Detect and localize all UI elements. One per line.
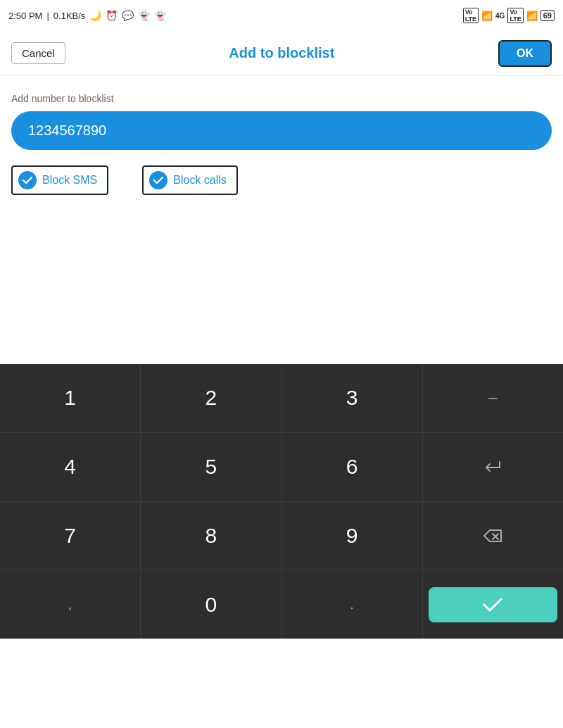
time: 2:50 PM <box>8 11 42 21</box>
cancel-button[interactable]: Cancel <box>11 42 65 64</box>
keyboard: 1 2 3 – 4 5 6 7 8 9 , 0 . <box>0 364 563 639</box>
network-4g: 4G <box>495 12 505 20</box>
battery: 69 <box>540 10 555 21</box>
page-title: Add to blocklist <box>229 45 334 61</box>
add-label: Add number to blocklist <box>11 93 552 104</box>
keyboard-row-1: 1 2 3 – <box>0 364 563 433</box>
key-enter[interactable] <box>423 433 563 501</box>
key-1[interactable]: 1 <box>0 364 141 432</box>
checkbox-row: Block SMS Block calls <box>11 163 552 198</box>
key-9[interactable]: 9 <box>282 502 423 570</box>
key-dash[interactable]: – <box>423 364 563 432</box>
status-right: VoLTE 📶 4G VoLTE 📶 69 <box>463 8 555 23</box>
keyboard-row-2: 4 5 6 <box>0 433 563 502</box>
volte-badge1: VoLTE <box>463 8 479 23</box>
header: Cancel Add to blocklist OK <box>0 31 563 76</box>
block-calls-check-icon <box>149 171 167 189</box>
key-confirm-cell <box>423 570 563 639</box>
divider: | <box>46 11 49 21</box>
block-calls-checkbox[interactable]: Block calls <box>142 165 238 195</box>
key-3[interactable]: 3 <box>282 364 423 432</box>
key-0[interactable]: 0 <box>141 570 282 639</box>
keyboard-row-4: , 0 . <box>0 570 563 639</box>
keyboard-row-3: 7 8 9 <box>0 502 563 571</box>
key-confirm-button[interactable] <box>429 587 557 622</box>
status-bar: 2:50 PM | 0.1KB/s 🌙 ⏰ 💬 👻 👻 VoLTE 📶 4G V… <box>0 0 563 31</box>
key-4[interactable]: 4 <box>0 433 141 501</box>
alarm-icon: ⏰ <box>106 10 118 21</box>
signal2: 📶 <box>526 11 538 21</box>
key-7[interactable]: 7 <box>0 502 141 570</box>
key-8[interactable]: 8 <box>141 502 282 570</box>
speed: 0.1KB/s <box>53 11 86 21</box>
ok-button[interactable]: OK <box>498 40 552 67</box>
volte-badge2: VoLTE <box>507 8 523 23</box>
signal1: 📶 <box>481 11 493 21</box>
block-sms-check-icon <box>18 171 37 189</box>
block-sms-label: Block SMS <box>42 174 97 187</box>
key-comma[interactable]: , <box>0 570 141 639</box>
number-display[interactable]: 1234567890 <box>11 111 552 150</box>
main-content: Add number to blocklist 1234567890 Block… <box>0 76 563 209</box>
key-period[interactable]: . <box>282 570 423 639</box>
snapchat-icon2: 👻 <box>154 10 166 21</box>
key-backspace[interactable] <box>423 502 563 570</box>
key-2[interactable]: 2 <box>141 364 282 432</box>
block-calls-label: Block calls <box>173 174 227 187</box>
whatsapp-icon: 💬 <box>122 10 134 21</box>
block-sms-checkbox[interactable]: Block SMS <box>11 165 108 195</box>
moon-icon: 🌙 <box>89 10 101 21</box>
key-5[interactable]: 5 <box>141 433 282 501</box>
key-6[interactable]: 6 <box>282 433 423 501</box>
middle-space <box>0 209 563 364</box>
snapchat-icon1: 👻 <box>138 10 150 21</box>
status-left: 2:50 PM | 0.1KB/s 🌙 ⏰ 💬 👻 👻 <box>8 10 166 21</box>
